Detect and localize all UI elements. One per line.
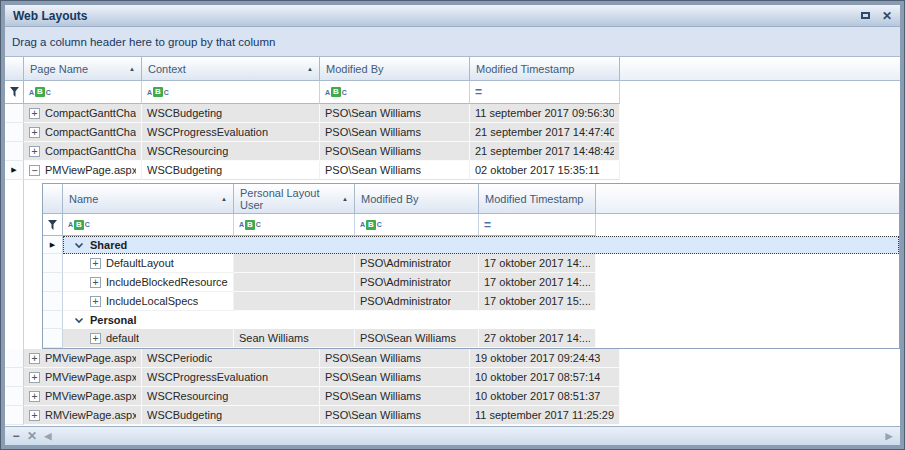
grid-row[interactable]: +CompactGanttChartPage.aWSCBudgetingPSO\… (5, 104, 900, 123)
group-by-panel[interactable]: Drag a column header here to group by th… (5, 27, 900, 56)
expand-toggle-icon[interactable]: + (29, 353, 40, 364)
row-indicator-cell (5, 349, 24, 368)
group-row-shared[interactable]: ▶Shared (43, 236, 899, 254)
expand-toggle-icon[interactable]: + (90, 333, 101, 344)
scroll-left-icon[interactable]: ◀ (40, 429, 56, 443)
filter-cell-context[interactable]: ABC (142, 81, 320, 104)
close-icon[interactable]: ✕ (882, 10, 892, 22)
horizontal-scrollbar[interactable]: − ✕ ◀ ▶ (5, 426, 900, 445)
cell-text: 17 oktober 2017 15:... (484, 295, 590, 307)
detail-grid: Name▲Personal Layout User▲Modified ByMod… (42, 183, 900, 349)
column-header-context[interactable]: Context▲ (142, 57, 320, 81)
expand-toggle-icon[interactable]: + (90, 258, 101, 269)
row-indicator-cell (5, 406, 24, 425)
grid-row[interactable]: +RMViewPage.aspxWSCBudgetingPSO\Sean Wil… (5, 406, 900, 425)
cell-page-name: −PMViewPage.aspx (24, 161, 142, 180)
column-header-modified-by[interactable]: Modified By (320, 57, 470, 81)
filter-cell-personal-layout-user[interactable]: ABC (234, 214, 355, 236)
cell-text: PSO\Administrator (360, 276, 451, 288)
filter-cell-modified-timestamp[interactable]: = (470, 81, 620, 104)
collapse-toggle-icon[interactable]: − (29, 165, 40, 176)
cell-personal-layout-user: Sean Williams (234, 329, 355, 348)
filter-cell-modified-by[interactable]: ABC (320, 81, 470, 104)
column-header-modified-timestamp[interactable]: Modified Timestamp (479, 184, 596, 214)
cell-text: CompactGanttChartPage.a (45, 107, 136, 119)
grid-row[interactable]: +PMViewPage.aspxWSCPeriodicPSO\Sean Will… (5, 349, 900, 368)
expand-toggle-icon[interactable]: + (90, 296, 101, 307)
cell-text: 19 oktober 2017 09:24:43 (475, 352, 600, 364)
sort-ascending-icon: ▲ (303, 66, 313, 72)
group-row-personal[interactable]: Personal (43, 311, 899, 329)
expand-toggle-icon[interactable]: + (90, 277, 101, 288)
cell-name: +default (63, 329, 234, 348)
column-header-personal-layout-user[interactable]: Personal Layout User▲ (234, 184, 355, 214)
filter-funnel-cell[interactable] (43, 214, 63, 236)
row-indicator-cell: ▶ (5, 161, 24, 180)
cell-text: default (106, 332, 139, 344)
filter-cell-modified-by[interactable]: ABC (355, 214, 479, 236)
cell-modified-by: PSO\Sean Williams (320, 161, 470, 180)
cell-text: 11 september 2017 09:56:30 (475, 107, 614, 119)
filter-letter: B (74, 220, 84, 230)
filter-cell-name[interactable]: ABC (63, 214, 234, 236)
cell-modified-timestamp: 21 september 2017 14:47:40 (470, 123, 620, 142)
cell-context: WSCResourcing (142, 142, 320, 161)
grid-row[interactable]: +CompactGanttChartPage.aWSCResourcingPSO… (5, 142, 900, 161)
detail-grid-row[interactable]: +IncludeLocalSpecsPSO\Administrator17 ok… (43, 292, 899, 311)
collapse-detail-icon[interactable]: − (8, 429, 24, 443)
cell-text: 10 oktober 2017 08:51:37 (475, 390, 600, 402)
row-indicator-cell (5, 387, 24, 406)
filter-cell-modified-timestamp[interactable]: = (479, 214, 596, 236)
cell-text: 21 september 2017 14:48:42 (475, 145, 614, 157)
group-collapse-chevron-icon[interactable] (74, 317, 84, 324)
grid-row[interactable]: +PMViewPage.aspxWSCResourcingPSO\Sean Wi… (5, 387, 900, 406)
cell-modified-timestamp: 10 oktober 2017 08:57:14 (470, 368, 620, 387)
maximize-icon[interactable] (861, 12, 870, 19)
grid-row[interactable]: ▶−PMViewPage.aspxWSCBudgetingPSO\Sean Wi… (5, 161, 900, 180)
detail-grid-row[interactable]: +defaultSean WilliamsPSO\Sean Williams27… (43, 329, 899, 348)
cell-modified-timestamp: 11 september 2017 11:25:29 (470, 406, 620, 425)
cell-page-name: +CompactGanttChartPage.a (24, 142, 142, 161)
filter-funnel-cell[interactable] (5, 81, 24, 104)
scrollbar-track[interactable] (56, 427, 881, 445)
filter-contains-icon: ABC (147, 87, 169, 97)
cell-modified-by: PSO\Sean Williams (355, 329, 479, 348)
grid-row[interactable]: +CompactGanttChartPage.aWSCProgressEvalu… (5, 123, 900, 142)
expand-toggle-icon[interactable]: + (29, 372, 40, 383)
expand-toggle-icon[interactable]: + (29, 391, 40, 402)
expand-toggle-icon[interactable]: + (29, 108, 40, 119)
filter-letter: B (331, 87, 341, 97)
window-titlebar[interactable]: Web Layouts ✕ (5, 5, 900, 27)
cell-modified-timestamp: 17 oktober 2017 14:... (479, 254, 596, 273)
expand-toggle-icon[interactable]: + (29, 146, 40, 157)
cell-text: WSCResourcing (147, 145, 228, 157)
column-header-label: Modified Timestamp (485, 193, 583, 205)
expand-toggle-icon[interactable]: + (29, 127, 40, 138)
web-layouts-window: Web Layouts ✕ Drag a column header here … (0, 0, 905, 450)
cell-page-name: +RMViewPage.aspx (24, 406, 142, 425)
cell-modified-by: PSO\Administrator (355, 273, 479, 292)
filter-letter: B (35, 87, 45, 97)
main-filter-row: ABCABCABC= (5, 81, 900, 104)
group-collapse-chevron-icon[interactable] (74, 242, 84, 249)
grid-row[interactable]: +PMViewPage.aspxWSCProgressEvaluationPSO… (5, 368, 900, 387)
close-detail-icon[interactable]: ✕ (24, 429, 40, 443)
expand-toggle-icon[interactable]: + (29, 410, 40, 421)
cell-modified-by: PSO\Sean Williams (320, 368, 470, 387)
filter-contains-icon: ABC (325, 87, 347, 97)
group-label: Personal (90, 314, 136, 326)
main-header-filler (620, 57, 900, 81)
filter-equals-icon: = (484, 218, 491, 232)
column-header-modified-timestamp[interactable]: Modified Timestamp (470, 57, 620, 81)
cell-text: PSO\Sean Williams (325, 371, 421, 383)
detail-grid-row[interactable]: +DefaultLayoutPSO\Administrator17 oktobe… (43, 254, 899, 273)
column-header-name[interactable]: Name▲ (63, 184, 234, 214)
filter-letter: A (360, 221, 365, 228)
cell-modified-by: PSO\Administrator (355, 254, 479, 273)
detail-grid-row[interactable]: +IncludeBlockedResourcesPSO\Administrato… (43, 273, 899, 292)
scroll-right-icon[interactable]: ▶ (881, 429, 897, 443)
filter-letter: B (245, 220, 255, 230)
column-header-modified-by[interactable]: Modified By (355, 184, 479, 214)
filter-cell-page-name[interactable]: ABC (24, 81, 142, 104)
column-header-page-name[interactable]: Page Name▲ (24, 57, 142, 81)
